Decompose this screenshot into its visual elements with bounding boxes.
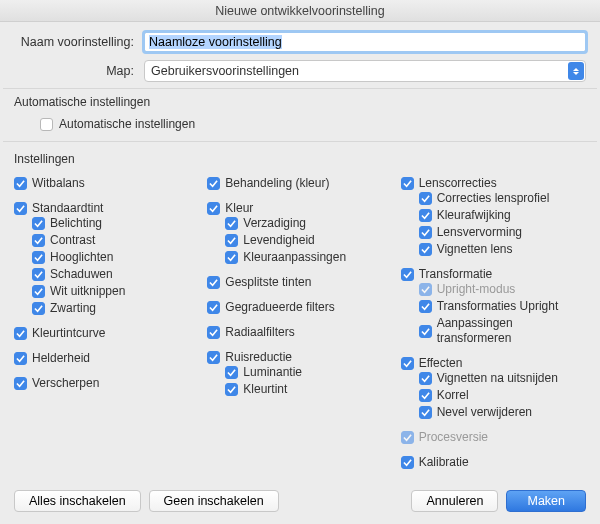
setting-group[interactable]: Witbalans [14, 176, 199, 191]
setting-label: Kleurafwijking [437, 208, 511, 223]
check-all-button[interactable]: Alles inschakelen [14, 490, 141, 512]
check-none-button[interactable]: Geen inschakelen [149, 490, 279, 512]
setting-group[interactable]: Gesplitste tinten [207, 275, 392, 290]
checkbox[interactable] [207, 326, 220, 339]
setting-item[interactable]: Nevel verwijderen [419, 405, 586, 420]
setting-group[interactable]: Helderheid [14, 351, 199, 366]
setting-item[interactable]: Kleurafwijking [419, 208, 586, 223]
checkbox[interactable] [419, 372, 432, 385]
setting-group[interactable]: Radiaalfilters [207, 325, 392, 340]
checkbox[interactable] [32, 268, 45, 281]
checkbox[interactable] [419, 406, 432, 419]
checkbox[interactable] [14, 202, 27, 215]
checkbox[interactable] [32, 217, 45, 230]
setting-item[interactable]: Vignetten lens [419, 242, 586, 257]
setting-group[interactable]: Gegradueerde filters [207, 300, 392, 315]
setting-item[interactable]: Vignetten na uitsnijden [419, 371, 586, 386]
checkbox[interactable] [419, 209, 432, 222]
setting-group[interactable]: Standaardtint [14, 201, 199, 216]
checkbox[interactable] [419, 226, 432, 239]
setting-item[interactable]: Kleurtint [225, 382, 392, 397]
setting-label: Upright-modus [437, 282, 516, 297]
checkbox[interactable] [207, 301, 220, 314]
setting-label: Gesplitste tinten [225, 275, 311, 290]
auto-settings-checkbox[interactable] [40, 118, 53, 131]
setting-label: Lensvervorming [437, 225, 522, 240]
checkbox[interactable] [32, 285, 45, 298]
setting-group[interactable]: Transformatie [401, 267, 586, 282]
setting-group[interactable]: Effecten [401, 356, 586, 371]
setting-label: Witbalans [32, 176, 85, 191]
cancel-button[interactable]: Annuleren [411, 490, 498, 512]
checkbox[interactable] [225, 251, 238, 264]
checkbox[interactable] [225, 217, 238, 230]
checkbox[interactable] [419, 243, 432, 256]
setting-label: Radiaalfilters [225, 325, 294, 340]
setting-group[interactable]: Kleur [207, 201, 392, 216]
checkbox[interactable] [419, 389, 432, 402]
preset-folder-label: Map: [14, 64, 144, 78]
setting-item[interactable]: Lensvervorming [419, 225, 586, 240]
checkbox[interactable] [401, 177, 414, 190]
setting-item[interactable]: Schaduwen [32, 267, 199, 282]
checkbox[interactable] [419, 325, 432, 338]
checkbox[interactable] [207, 276, 220, 289]
auto-settings-heading: Automatische instellingen [0, 89, 600, 113]
setting-group[interactable]: Behandeling (kleur) [207, 176, 392, 191]
setting-item[interactable]: Aanpassingen transformeren [419, 316, 586, 346]
checkbox[interactable] [419, 300, 432, 313]
setting-label: Kalibratie [419, 455, 469, 470]
setting-item[interactable]: Levendigheid [225, 233, 392, 248]
checkbox[interactable] [14, 327, 27, 340]
checkbox[interactable] [207, 351, 220, 364]
checkbox[interactable] [207, 177, 220, 190]
setting-item[interactable]: Zwarting [32, 301, 199, 316]
setting-item[interactable]: Transformaties Upright [419, 299, 586, 314]
setting-group[interactable]: Kleurtintcurve [14, 326, 199, 341]
checkbox[interactable] [225, 383, 238, 396]
setting-label: Korrel [437, 388, 469, 403]
setting-item[interactable]: Hooglichten [32, 250, 199, 265]
checkbox[interactable] [207, 202, 220, 215]
setting-item[interactable]: Kleuraanpassingen [225, 250, 392, 265]
window-title: Nieuwe ontwikkelvoorinstelling [0, 0, 600, 22]
setting-label: Schaduwen [50, 267, 113, 282]
setting-item[interactable]: Belichting [32, 216, 199, 231]
checkbox[interactable] [32, 251, 45, 264]
setting-label: Procesversie [419, 430, 488, 445]
checkbox[interactable] [401, 456, 414, 469]
checkbox[interactable] [225, 234, 238, 247]
checkbox[interactable] [14, 352, 27, 365]
setting-label: Aanpassingen transformeren [437, 316, 586, 346]
create-button[interactable]: Maken [506, 490, 586, 512]
checkbox[interactable] [401, 357, 414, 370]
setting-group[interactable]: Lenscorrecties [401, 176, 586, 191]
setting-item[interactable]: Korrel [419, 388, 586, 403]
preset-name-input[interactable] [144, 32, 586, 52]
checkbox[interactable] [419, 192, 432, 205]
setting-group[interactable]: Verscherpen [14, 376, 199, 391]
setting-item[interactable]: Contrast [32, 233, 199, 248]
setting-label: Correcties lensprofiel [437, 191, 550, 206]
preset-folder-select[interactable]: Gebruikersvoorinstellingen [144, 60, 586, 82]
setting-item[interactable]: Verzadiging [225, 216, 392, 231]
setting-label: Hooglichten [50, 250, 113, 265]
setting-group[interactable]: Kalibratie [401, 455, 586, 470]
setting-label: Kleurtint [243, 382, 287, 397]
setting-group[interactable]: Ruisreductie [207, 350, 392, 365]
checkbox[interactable] [32, 234, 45, 247]
checkbox[interactable] [32, 302, 45, 315]
checkbox[interactable] [14, 177, 27, 190]
checkbox[interactable] [225, 366, 238, 379]
setting-item[interactable]: Wit uitknippen [32, 284, 199, 299]
setting-label: Contrast [50, 233, 95, 248]
setting-item[interactable]: Upright-modus [419, 282, 586, 297]
setting-label: Behandeling (kleur) [225, 176, 329, 191]
setting-item[interactable]: Luminantie [225, 365, 392, 380]
setting-item[interactable]: Correcties lensprofiel [419, 191, 586, 206]
setting-group[interactable]: Procesversie [401, 430, 586, 445]
setting-label: Vignetten na uitsnijden [437, 371, 558, 386]
checkbox[interactable] [14, 377, 27, 390]
chevron-updown-icon[interactable] [568, 62, 584, 80]
checkbox[interactable] [401, 268, 414, 281]
